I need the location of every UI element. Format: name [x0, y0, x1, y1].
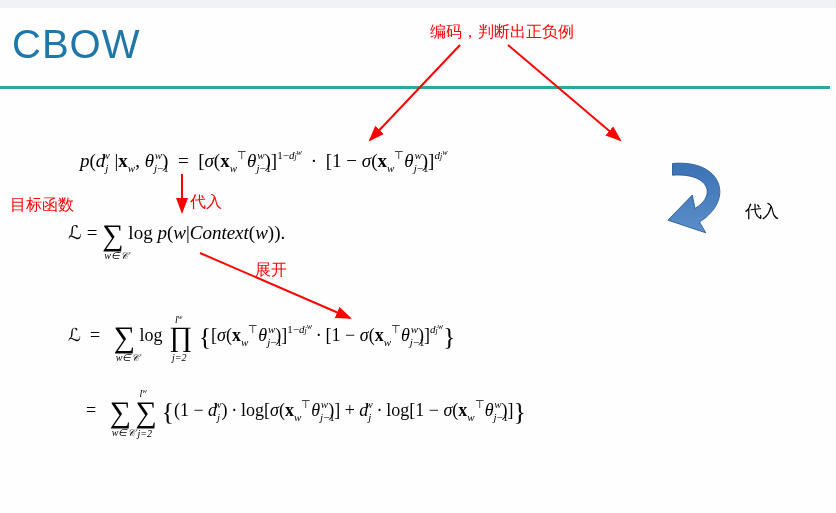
window-top-band	[0, 0, 836, 8]
anno-substitute-right: 代入	[745, 200, 779, 223]
equation-conditional-prob: p(djw |xw, θj−1w) = [σ(xw⊤θj−1w)]1−djw ·…	[80, 150, 448, 172]
anno-objective: 目标函数	[10, 195, 74, 216]
equation-objective: ℒ = ∑w∈𝒞 log p(w|Context(w)).	[68, 218, 285, 252]
anno-substitute: 代入	[190, 192, 222, 213]
slide-title: CBOW	[12, 22, 140, 66]
anno-encode-posneg: 编码，判断出正负例	[430, 22, 574, 43]
equation-expanded-sum: = ∑w∈𝒞 ∑j=2lw {(1 − djw) · log[σ(xw⊤θj−1…	[68, 395, 526, 429]
equation-expanded-product: ℒ = ∑w∈𝒞 log ∏j=2lw {[σ(xw⊤θj−1w)]1−djw …	[68, 320, 456, 354]
anno-expand: 展开	[255, 260, 287, 281]
curved-substitute-arrow	[650, 150, 740, 240]
slide-title-row: CBOW	[12, 22, 824, 82]
title-underline	[0, 86, 830, 89]
